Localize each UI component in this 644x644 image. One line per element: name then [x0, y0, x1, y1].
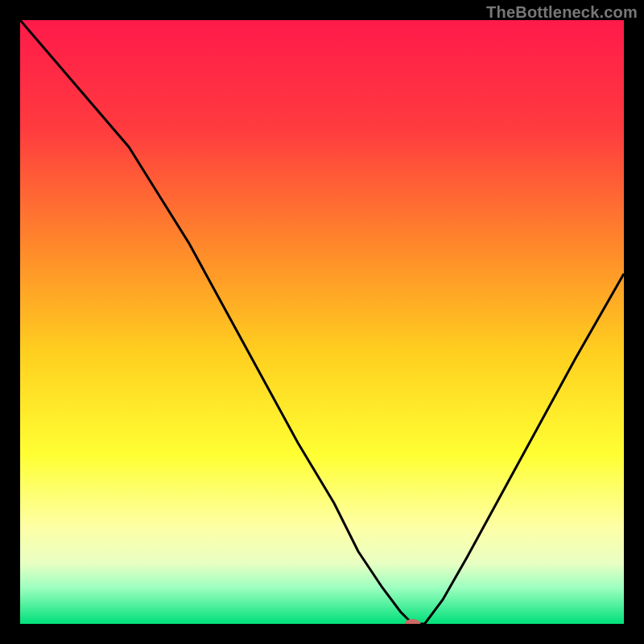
plot-area	[20, 20, 624, 624]
watermark-text: TheBottleneck.com	[486, 3, 638, 22]
chart-background	[20, 20, 624, 624]
chart-svg	[20, 20, 624, 624]
chart-frame: TheBottleneck.com	[0, 0, 644, 644]
